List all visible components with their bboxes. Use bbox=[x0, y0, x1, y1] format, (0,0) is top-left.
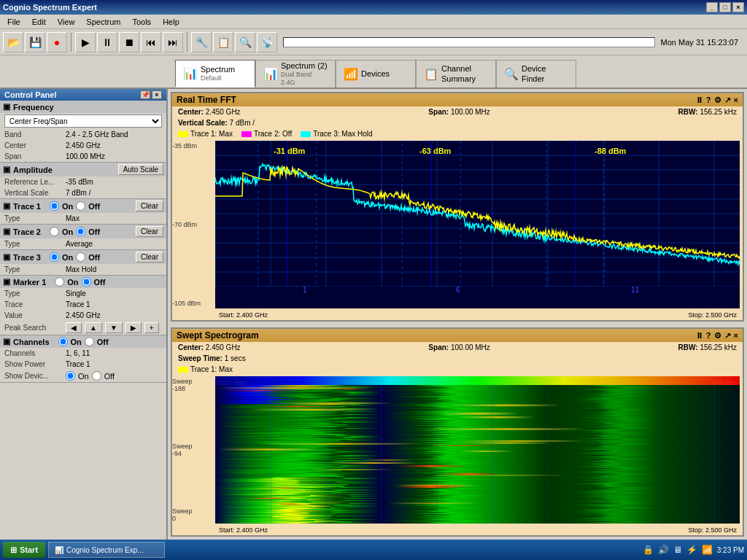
spectrogram-pause-btn[interactable]: ⏸ bbox=[695, 331, 703, 341]
fft-legend: Trace 1: Max Trace 2: Off Trace 3: Max H… bbox=[172, 128, 743, 139]
fft-chart[interactable]: -31 dBm -63 dBm -88 dBm 1 6 11 bbox=[215, 141, 740, 308]
maximize-btn[interactable]: □ bbox=[719, 2, 731, 12]
toolbar-rewind[interactable]: ⏮ bbox=[141, 32, 161, 52]
toolbar-forward[interactable]: ⏭ bbox=[163, 32, 183, 52]
channels-off-label: Off bbox=[97, 338, 109, 346]
minimize-btn[interactable]: _ bbox=[706, 2, 718, 12]
toolbar-save[interactable]: 💾 bbox=[25, 32, 45, 52]
toolbar-progress bbox=[283, 37, 655, 47]
taskbar-app-label: Cognio Spectrum Exp... bbox=[66, 546, 144, 554]
fft-detach-btn[interactable]: ↗ bbox=[724, 96, 731, 105]
legend-trace1: Trace 1: Max bbox=[178, 130, 233, 138]
toolbar-btn6[interactable]: 📡 bbox=[257, 32, 277, 52]
peak-search-down-btn[interactable]: ▼ bbox=[105, 322, 123, 333]
peak-search-next-btn[interactable]: ▶ bbox=[125, 322, 142, 333]
trace2-type-label: Type bbox=[4, 240, 63, 248]
menu-help[interactable]: Help bbox=[158, 16, 184, 28]
channels-val-label: Channels bbox=[4, 349, 63, 357]
cp-close-btn[interactable]: × bbox=[152, 90, 162, 99]
cp-pin-btn[interactable]: 📌 bbox=[140, 90, 150, 99]
window-controls[interactable]: _ □ × bbox=[706, 2, 744, 12]
fft-help-btn[interactable]: ? bbox=[706, 96, 711, 105]
start-button[interactable]: ⊞ Start bbox=[3, 542, 45, 558]
auto-scale-btn[interactable]: Auto Scale bbox=[118, 164, 163, 175]
trace1-clear-btn[interactable]: Clear bbox=[136, 201, 163, 211]
trace2-clear-btn[interactable]: Clear bbox=[136, 226, 163, 237]
fft-title-bar: Real Time FFT ⏸ ? ⚙ ↗ × bbox=[172, 93, 743, 106]
trace1-on-radio[interactable] bbox=[50, 201, 59, 211]
center-value: 2.450 GHz bbox=[66, 141, 101, 149]
fft-close-btn[interactable]: × bbox=[734, 96, 738, 105]
tab-spectrum2[interactable]: 📊 Spectrum (2) Dual Band 2.4G bbox=[255, 60, 336, 88]
spectrogram-sweep-info: Sweep Time: 1 secs bbox=[172, 353, 743, 364]
marker1-value-label: Value bbox=[4, 311, 63, 319]
spectrogram-close-btn[interactable]: × bbox=[734, 331, 738, 341]
tab-spectrum2-sub: Dual Band 2.4G bbox=[281, 71, 328, 87]
toolbar-btn3[interactable]: 🔧 bbox=[191, 32, 212, 52]
show-devices-on-radio[interactable] bbox=[66, 371, 75, 381]
span-value: 100.00 MHz bbox=[66, 152, 105, 160]
channels-off-radio[interactable] bbox=[85, 337, 94, 346]
show-devices-off-radio[interactable] bbox=[92, 371, 101, 381]
fft-pause-btn[interactable]: ⏸ bbox=[695, 96, 703, 105]
toolbar-record-red[interactable]: ● bbox=[47, 32, 67, 52]
spectrogram-chart[interactable]: -113 dBm -98 dBm bbox=[215, 376, 740, 524]
frequency-dropdown[interactable]: Center Freq/Span bbox=[4, 114, 162, 128]
menu-spectrum[interactable]: Spectrum bbox=[82, 16, 125, 28]
menu-view[interactable]: View bbox=[53, 16, 80, 28]
spectrogram-settings-btn[interactable]: ⚙ bbox=[714, 331, 721, 341]
cp-frequency-section: ▣ Frequency Center Freq/Span Band 2.4 - … bbox=[0, 101, 166, 163]
trace2-collapse-icon: ▣ bbox=[3, 227, 10, 236]
cp-amplitude-header[interactable]: ▣ Amplitude Auto Scale bbox=[0, 163, 166, 176]
spectrogram-controls[interactable]: ⏸ ? ⚙ ↗ × bbox=[695, 331, 738, 341]
fft-controls[interactable]: ⏸ ? ⚙ ↗ × bbox=[695, 96, 738, 105]
toolbar-btn5[interactable]: 🔍 bbox=[235, 32, 255, 52]
marker1-off-label: Off bbox=[94, 278, 106, 287]
toolbar-btn4[interactable]: 📋 bbox=[213, 32, 233, 52]
channel-marker-6: 6 bbox=[456, 286, 460, 294]
spectrogram-detach-btn[interactable]: ↗ bbox=[724, 331, 731, 341]
cp-header-controls[interactable]: 📌 × bbox=[140, 90, 162, 99]
trace2-off-radio[interactable] bbox=[76, 227, 85, 236]
fft-settings-btn[interactable]: ⚙ bbox=[714, 96, 721, 105]
peak-search-prev-btn[interactable]: ◀ bbox=[66, 322, 82, 333]
tab-channel[interactable]: 📋 Channel Summary bbox=[416, 60, 496, 88]
channels-on-radio[interactable] bbox=[58, 337, 68, 346]
menu-file[interactable]: File bbox=[3, 16, 25, 28]
control-panel: Control Panel 📌 × ▣ Frequency Center Fre… bbox=[0, 89, 168, 540]
marker1-value-value: 2.450 GHz bbox=[66, 311, 101, 319]
trace3-on-label: On bbox=[62, 253, 73, 262]
tab-spectrum[interactable]: 📊 Spectrum Default bbox=[175, 60, 255, 88]
show-devices-on-label: On bbox=[78, 372, 89, 381]
taskbar-app-item[interactable]: 📊 Cognio Spectrum Exp... bbox=[48, 542, 165, 558]
spect-stop-freq: Stop: 2.500 GHz bbox=[688, 526, 737, 534]
trace3-off-radio[interactable] bbox=[76, 252, 85, 262]
fft-rbw-info: RBW: 156.25 kHz bbox=[678, 108, 737, 116]
taskbar-right: 🔒 🔊 🖥 ⚡ 📶 3:23 PM bbox=[643, 545, 744, 555]
trace3-clear-btn[interactable]: Clear bbox=[136, 252, 163, 262]
dbm-marker-3: -88 dBm bbox=[595, 147, 626, 155]
right-area: Real Time FFT ⏸ ? ⚙ ↗ × Center: 2.450 GH… bbox=[168, 89, 747, 540]
main-layout: Control Panel 📌 × ▣ Frequency Center Fre… bbox=[0, 89, 747, 540]
spectrogram-help-btn[interactable]: ? bbox=[706, 331, 711, 341]
toolbar-play[interactable]: ▶ bbox=[75, 32, 96, 52]
trace2-on-radio[interactable] bbox=[50, 227, 59, 236]
peak-search-up-btn[interactable]: ▲ bbox=[85, 322, 102, 333]
app-title: Cognio Spectrum Expert bbox=[3, 3, 97, 12]
channels-collapse-icon: ▣ bbox=[3, 337, 10, 346]
trace1-off-radio[interactable] bbox=[76, 201, 85, 211]
channel-marker-11: 11 bbox=[631, 286, 639, 294]
menu-tools[interactable]: Tools bbox=[128, 16, 155, 28]
toolbar-stop[interactable]: ⏹ bbox=[119, 32, 139, 52]
peak-search-add-btn[interactable]: + bbox=[144, 322, 159, 333]
menu-edit[interactable]: Edit bbox=[28, 16, 50, 28]
trace3-on-radio[interactable] bbox=[50, 252, 59, 262]
toolbar-open[interactable]: 📂 bbox=[3, 32, 23, 52]
tab-devices[interactable]: 📶 Devices bbox=[336, 60, 416, 88]
cp-frequency-header[interactable]: ▣ Frequency bbox=[0, 101, 166, 113]
marker1-on-radio[interactable] bbox=[55, 277, 64, 287]
tab-finder[interactable]: 🔍 Device Finder bbox=[496, 60, 576, 88]
toolbar-pause[interactable]: ⏸ bbox=[97, 32, 117, 52]
close-btn[interactable]: × bbox=[732, 2, 744, 12]
marker1-off-radio[interactable] bbox=[82, 277, 91, 287]
